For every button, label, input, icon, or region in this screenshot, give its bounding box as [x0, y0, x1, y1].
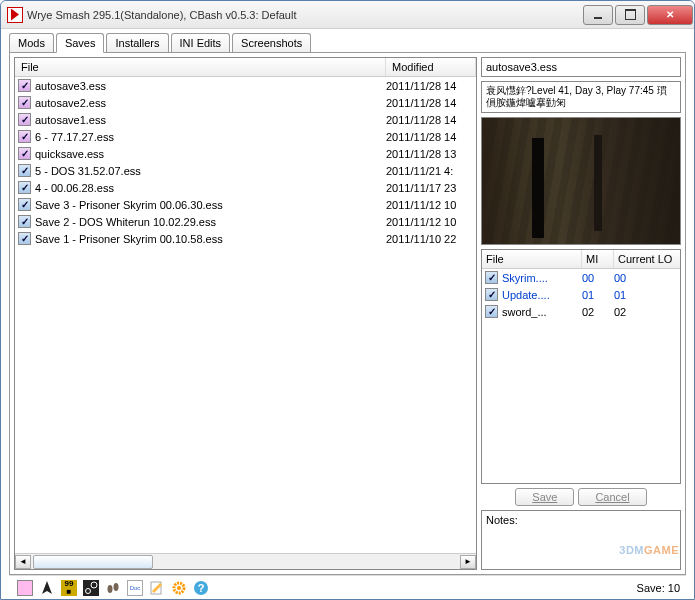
save-modified: 2011/11/28 13 — [386, 148, 476, 160]
window-title: Wrye Smash 295.1(Standalone), CBash v0.5… — [27, 9, 582, 21]
scroll-right-button[interactable]: ► — [460, 555, 476, 569]
masters-col-lo[interactable]: Current LO — [614, 250, 680, 268]
save-modified: 2011/11/12 10 — [386, 216, 476, 228]
save-modified: 2011/11/28 14 — [386, 80, 476, 92]
app-icon — [7, 7, 23, 23]
save-row[interactable]: autosave3.ess2011/11/28 14 — [15, 77, 476, 94]
save-checkbox[interactable] — [18, 198, 31, 211]
save-row[interactable]: Save 3 - Prisoner Skyrim 00.06.30.ess201… — [15, 196, 476, 213]
masters-panel: File MI Current LO Skyrim....0000Update.… — [481, 249, 681, 484]
svg-point-3 — [108, 585, 113, 593]
save-name: 5 - DOS 31.52.07.ess — [35, 165, 386, 177]
col-file[interactable]: File — [15, 58, 386, 76]
close-button[interactable] — [647, 5, 693, 25]
column-header: File Modified — [15, 58, 476, 77]
detail-buttons: Save Cancel — [481, 488, 681, 506]
master-checkbox[interactable] — [485, 305, 498, 318]
save-checkbox[interactable] — [18, 113, 31, 126]
docs-icon[interactable]: Doc — [125, 578, 145, 598]
save-name: Save 2 - DOS Whiterun 10.02.29.ess — [35, 216, 386, 228]
save-checkbox[interactable] — [18, 164, 31, 177]
footprints-icon[interactable] — [103, 578, 123, 598]
master-lo: 02 — [614, 306, 680, 318]
master-mi: 00 — [582, 272, 614, 284]
save-checkbox[interactable] — [18, 96, 31, 109]
save-list-panel: File Modified autosave3.ess2011/11/28 14… — [14, 57, 477, 570]
master-mi: 02 — [582, 306, 614, 318]
scroll-left-button[interactable]: ◄ — [15, 555, 31, 569]
save-name: Save 1 - Prisoner Skyrim 00.10.58.ess — [35, 233, 386, 245]
svg-point-7 — [177, 586, 181, 590]
edit-icon[interactable] — [147, 578, 167, 598]
master-row[interactable]: Skyrim....0000 — [482, 269, 680, 286]
save-name: Save 3 - Prisoner Skyrim 00.06.30.ess — [35, 199, 386, 211]
save-modified: 2011/11/17 23 — [386, 182, 476, 194]
minimize-button[interactable] — [583, 5, 613, 25]
save-row[interactable]: 5 - DOS 31.52.07.ess2011/11/21 4: — [15, 162, 476, 179]
notes-field[interactable]: Notes: — [481, 510, 681, 570]
tab-panel: File Modified autosave3.ess2011/11/28 14… — [9, 52, 686, 575]
save-modified: 2011/11/21 4: — [386, 165, 476, 177]
maximize-button[interactable] — [615, 5, 645, 25]
masters-list[interactable]: Skyrim....0000Update....0101sword_...020… — [482, 269, 680, 320]
status-text: Save: 10 — [637, 582, 680, 594]
skyrim-icon[interactable] — [37, 578, 57, 598]
save-modified: 2011/11/12 10 — [386, 199, 476, 211]
save-row[interactable]: autosave2.ess2011/11/28 14 — [15, 94, 476, 111]
save-name: 4 - 00.06.28.ess — [35, 182, 386, 194]
titlebar[interactable]: Wrye Smash 295.1(Standalone), CBash v0.5… — [1, 1, 694, 29]
save-name: autosave3.ess — [35, 80, 386, 92]
save-checkbox[interactable] — [18, 181, 31, 194]
save-row[interactable]: 4 - 00.06.28.ess2011/11/17 23 — [15, 179, 476, 196]
save-row[interactable]: quicksave.ess2011/11/28 13 — [15, 145, 476, 162]
save-checkbox[interactable] — [18, 79, 31, 92]
svg-text:?: ? — [198, 582, 205, 594]
detail-title: autosave3.ess — [481, 57, 681, 77]
detail-description: 衰风懳鋅?Level 41, Day 3, Play 77:45 瑻傊胺鍦煒嚧搴… — [481, 81, 681, 113]
save-modified: 2011/11/28 14 — [386, 131, 476, 143]
masters-col-mi[interactable]: MI — [582, 250, 614, 268]
master-row[interactable]: Update....0101 — [482, 286, 680, 303]
master-lo: 01 — [614, 289, 680, 301]
tab-ini-edits[interactable]: INI Edits — [171, 33, 231, 53]
settings-icon[interactable] — [169, 578, 189, 598]
master-row[interactable]: sword_...0202 — [482, 303, 680, 320]
help-icon[interactable]: ? — [191, 578, 211, 598]
window-buttons — [582, 5, 694, 25]
tab-installers[interactable]: Installers — [106, 33, 168, 53]
detail-panel: autosave3.ess 衰风懳鋅?Level 41, Day 3, Play… — [481, 57, 681, 570]
save-checkbox[interactable] — [18, 147, 31, 160]
save-row[interactable]: Save 2 - DOS Whiterun 10.02.29.ess2011/1… — [15, 213, 476, 230]
steam-icon[interactable] — [81, 578, 101, 598]
col-modified[interactable]: Modified — [386, 58, 476, 76]
save-modified: 2011/11/10 22 — [386, 233, 476, 245]
cancel-button[interactable]: Cancel — [578, 488, 646, 506]
tab-saves[interactable]: Saves — [56, 33, 105, 53]
master-checkbox[interactable] — [485, 288, 498, 301]
tab-bar: ModsSavesInstallersINI EditsScreenshots — [9, 33, 686, 53]
svg-rect-0 — [83, 580, 99, 596]
save-row[interactable]: 6 - 77.17.27.ess2011/11/28 14 — [15, 128, 476, 145]
tab-screenshots[interactable]: Screenshots — [232, 33, 311, 53]
save-checkbox[interactable] — [18, 130, 31, 143]
save-modified: 2011/11/28 14 — [386, 97, 476, 109]
content: ModsSavesInstallersINI EditsScreenshots … — [1, 29, 694, 599]
checkbox-icon[interactable] — [15, 578, 35, 598]
horizontal-scrollbar[interactable]: ◄ ► — [15, 553, 476, 569]
master-lo: 00 — [614, 272, 680, 284]
save-file-list[interactable]: autosave3.ess2011/11/28 14autosave2.ess2… — [15, 77, 476, 553]
save-name: autosave1.ess — [35, 114, 386, 126]
master-name: Skyrim.... — [502, 272, 582, 284]
save-row[interactable]: autosave1.ess2011/11/28 14 — [15, 111, 476, 128]
master-name: Update.... — [502, 289, 582, 301]
boss-icon[interactable]: 99■ — [59, 578, 79, 598]
save-button[interactable]: Save — [515, 488, 574, 506]
masters-col-file[interactable]: File — [482, 250, 582, 268]
master-checkbox[interactable] — [485, 271, 498, 284]
save-checkbox[interactable] — [18, 215, 31, 228]
save-row[interactable]: Save 1 - Prisoner Skyrim 00.10.58.ess201… — [15, 230, 476, 247]
scroll-thumb[interactable] — [33, 555, 153, 569]
toolbar: 99■ Doc ? Save: 10 — [9, 575, 686, 599]
tab-mods[interactable]: Mods — [9, 33, 54, 53]
save-checkbox[interactable] — [18, 232, 31, 245]
